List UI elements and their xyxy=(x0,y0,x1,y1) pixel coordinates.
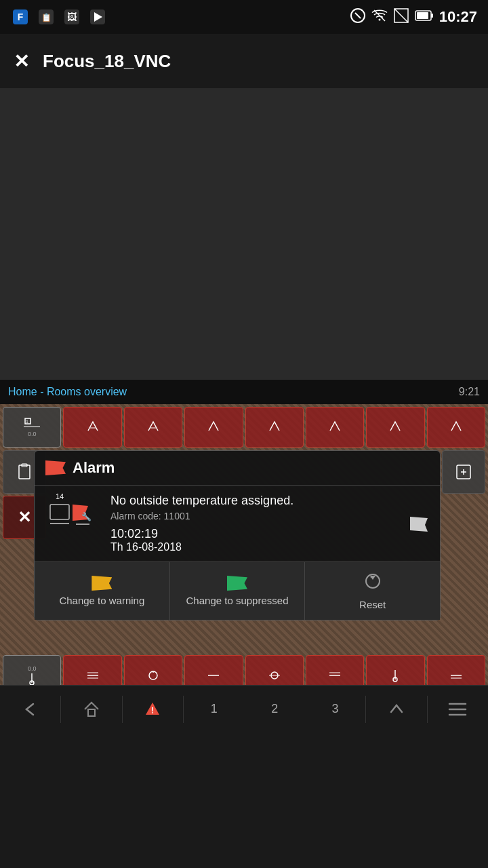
wifi-icon xyxy=(371,7,388,26)
dark-overlay xyxy=(0,88,488,380)
alarm-white-flag xyxy=(409,494,429,553)
close-button[interactable]: ✕ xyxy=(14,50,29,73)
room-btn-5[interactable] xyxy=(245,407,304,448)
alarm-info-col: No outside temperature assigned. Alarm c… xyxy=(110,494,398,553)
nav-alarm-button[interactable]: ! xyxy=(123,686,183,733)
room-btn-7[interactable] xyxy=(366,407,424,448)
svg-marker-49 xyxy=(410,517,428,532)
nav-up-button[interactable] xyxy=(366,686,426,733)
breadcrumb-time: 9:21 xyxy=(459,386,480,398)
svg-rect-16 xyxy=(417,12,428,19)
sensor-icon: 14 🔧 xyxy=(49,494,96,531)
svg-rect-22 xyxy=(19,465,30,479)
change-to-suppressed-button[interactable]: Change to suppressed xyxy=(170,562,306,620)
main-content: Home - Rooms overview 9:21 1 0.0 xyxy=(0,88,488,868)
app-icon-2: 📋 xyxy=(37,7,56,26)
room-grid-top: 1 0.0 xyxy=(0,404,488,450)
page-1-label: 1 xyxy=(211,702,218,716)
reset-button[interactable]: Reset xyxy=(305,562,440,620)
svg-text:1: 1 xyxy=(26,419,28,424)
change-to-warning-button[interactable]: Change to warning xyxy=(35,562,170,620)
warning-flag-icon xyxy=(92,576,112,591)
battery-icon xyxy=(415,9,434,24)
nav-page-1-button[interactable]: 1 xyxy=(184,686,244,733)
svg-text:!: ! xyxy=(151,706,154,715)
nav-menu-button[interactable] xyxy=(428,686,488,733)
app-bar: ✕ Focus_18_VNC xyxy=(0,34,488,88)
mute-icon xyxy=(350,7,366,26)
svg-text:🔧: 🔧 xyxy=(81,511,92,521)
room-btn-4[interactable] xyxy=(184,407,243,448)
breadcrumb: Home - Rooms overview xyxy=(8,386,127,398)
alarm-message: No outside temperature assigned. xyxy=(110,494,398,508)
room-btn-6[interactable] xyxy=(306,407,364,448)
signal-icon xyxy=(393,7,409,26)
side-panel-right xyxy=(439,448,488,496)
page-2-label: 2 xyxy=(271,702,278,716)
svg-text:🖼: 🖼 xyxy=(67,12,77,22)
bottom-nav: ! 1 2 3 xyxy=(0,685,488,732)
alarm-date: Th 16-08-2018 xyxy=(110,541,398,553)
vnc-screen: Home - Rooms overview 9:21 1 0.0 xyxy=(0,380,488,698)
nav-page-2-button[interactable]: 2 xyxy=(245,686,305,733)
page-3-label: 3 xyxy=(332,702,339,716)
room-btn-2[interactable] xyxy=(63,407,121,448)
alarm-header: Alarm xyxy=(35,451,440,486)
svg-rect-52 xyxy=(88,709,95,716)
app-icon-4 xyxy=(88,7,107,26)
bg-texture: 1 0.0 xyxy=(0,404,488,698)
status-bar: F 📋 🖼 xyxy=(0,0,488,34)
svg-text:F: F xyxy=(18,12,24,22)
room-btn-8[interactable] xyxy=(427,407,485,448)
alarm-flag-icon xyxy=(45,460,66,475)
suppressed-flag-icon xyxy=(227,576,247,591)
alarm-time: 10:02:19 xyxy=(110,527,398,541)
change-to-suppressed-label: Change to suppressed xyxy=(186,595,289,606)
app-icon-3: 🖼 xyxy=(62,7,81,26)
change-to-warning-label: Change to warning xyxy=(59,595,144,606)
status-bar-indicators: 10:27 xyxy=(350,7,477,26)
room-btn-3[interactable] xyxy=(124,407,182,448)
alarm-title: Alarm xyxy=(73,459,115,477)
breadcrumb-bar: Home - Rooms overview 9:21 xyxy=(0,380,488,404)
svg-line-13 xyxy=(394,9,408,22)
svg-point-10 xyxy=(378,19,380,21)
alarm-buttons: Change to warning Change to suppressed xyxy=(35,561,440,620)
app-title: Focus_18_VNC xyxy=(43,51,171,72)
nav-page-3-button[interactable]: 3 xyxy=(305,686,365,733)
reset-icon xyxy=(363,572,382,595)
app-icon-1: F xyxy=(11,7,30,26)
alarm-body: 14 🔧 xyxy=(35,486,440,561)
svg-text:📋: 📋 xyxy=(41,12,52,22)
nav-home-button[interactable] xyxy=(61,686,121,733)
svg-rect-43 xyxy=(50,505,69,519)
nav-back-button[interactable] xyxy=(0,686,60,733)
svg-marker-51 xyxy=(370,576,375,580)
room-btn-1[interactable]: 1 0.0 xyxy=(3,407,61,448)
alarm-dialog: Alarm 14 xyxy=(34,450,441,620)
svg-text:14: 14 xyxy=(56,494,64,500)
side-btn-right[interactable] xyxy=(442,450,485,494)
status-bar-apps: F 📋 🖼 xyxy=(11,7,107,26)
reset-label: Reset xyxy=(359,599,386,610)
svg-line-9 xyxy=(355,13,361,18)
alarm-icon-col: 14 🔧 xyxy=(45,494,100,553)
alarm-code: Alarm code: 11001 xyxy=(110,511,398,521)
status-time: 10:27 xyxy=(439,8,477,26)
svg-rect-15 xyxy=(431,14,433,18)
